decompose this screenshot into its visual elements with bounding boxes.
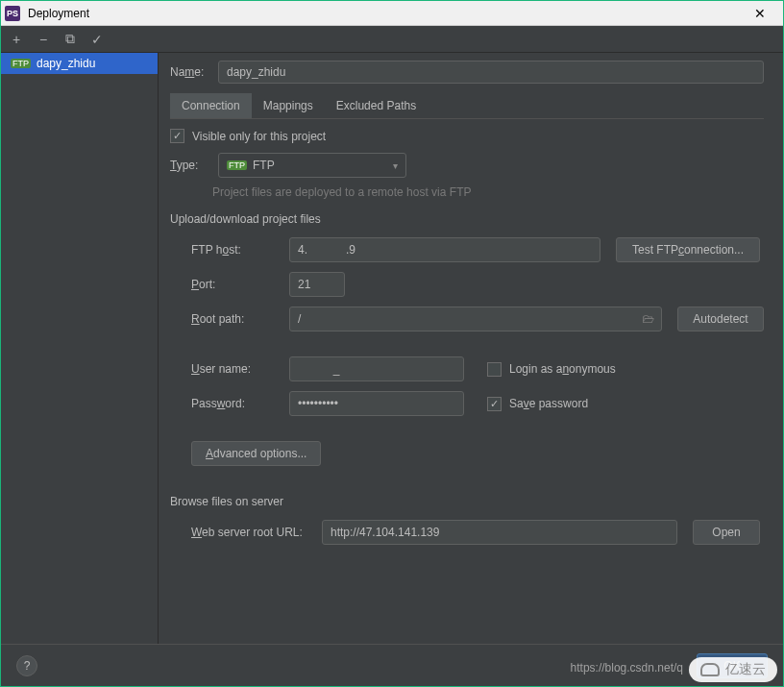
username-label: User name: <box>191 362 289 376</box>
type-label: Type: <box>170 159 208 172</box>
ftp-host-label: FTP host: <box>191 243 289 257</box>
password-label: Password: <box>191 397 289 410</box>
save-password-checkbox[interactable]: ✓ <box>487 397 502 411</box>
ftp-icon: FTP <box>11 59 31 68</box>
url-label: Web server root URL: <box>191 526 322 539</box>
tab-connection[interactable]: Connection <box>170 93 252 118</box>
tab-excluded-paths[interactable]: Excluded Paths <box>325 93 428 118</box>
browse-section-title: Browse files on server <box>170 495 764 508</box>
app-icon: PS <box>5 6 20 21</box>
anonymous-label: Login as anonymous <box>509 362 616 376</box>
remove-button[interactable]: − <box>36 32 51 47</box>
url-input[interactable] <box>322 520 677 545</box>
sidebar: FTP dapy_zhidu <box>1 53 159 644</box>
tabs: Connection Mappings Excluded Paths <box>170 93 764 119</box>
upload-section-title: Upload/download project files <box>170 212 764 226</box>
folder-icon[interactable]: 🗁 <box>642 311 654 326</box>
ftp-icon: FTP <box>227 160 247 170</box>
visible-only-checkbox[interactable]: ✓ <box>170 129 184 143</box>
anonymous-checkbox[interactable] <box>487 362 502 377</box>
apply-button[interactable]: ✓ <box>89 32 105 47</box>
open-button[interactable]: Open <box>693 520 760 545</box>
type-hint: Project files are deployed to a remote h… <box>212 185 764 199</box>
sidebar-item-label: dapy_zhidu <box>37 57 95 70</box>
close-icon[interactable]: ✕ <box>741 6 779 21</box>
type-select[interactable]: FTP FTP <box>218 153 406 178</box>
watermark-brand: 亿速云 <box>689 657 777 682</box>
main-panel: Name: Connection Mappings Excluded Paths… <box>159 53 783 644</box>
autodetect-button[interactable]: Autodetect <box>677 307 764 331</box>
port-input[interactable] <box>289 272 345 297</box>
password-input[interactable] <box>289 391 464 416</box>
cloud-icon <box>700 663 720 676</box>
watermark-url: https://blog.csdn.net/q <box>571 661 683 675</box>
visible-only-label: Visible only for this project <box>192 130 326 143</box>
tab-mappings[interactable]: Mappings <box>252 93 325 118</box>
ftp-host-input[interactable] <box>289 237 600 262</box>
root-path-input[interactable] <box>289 307 662 331</box>
copy-button[interactable]: ⧉ <box>62 32 78 47</box>
advanced-options-button[interactable]: Advanced options... <box>191 441 321 466</box>
name-label: Name: <box>170 65 208 79</box>
add-button[interactable]: + <box>9 32 24 47</box>
type-value: FTP <box>253 159 275 172</box>
sidebar-item-server[interactable]: FTP dapy_zhidu <box>1 53 158 74</box>
test-connection-button[interactable]: Test FTP connection... <box>616 237 760 262</box>
port-label: Port: <box>191 278 289 291</box>
save-password-label: Save password <box>509 397 588 410</box>
help-button[interactable]: ? <box>16 655 37 676</box>
username-input[interactable] <box>289 356 464 381</box>
window-title: Deployment <box>28 7 741 20</box>
root-path-label: Root path: <box>191 312 289 326</box>
toolbar: + − ⧉ ✓ <box>1 26 783 53</box>
titlebar: PS Deployment ✕ <box>1 1 783 26</box>
name-input[interactable] <box>218 61 764 84</box>
